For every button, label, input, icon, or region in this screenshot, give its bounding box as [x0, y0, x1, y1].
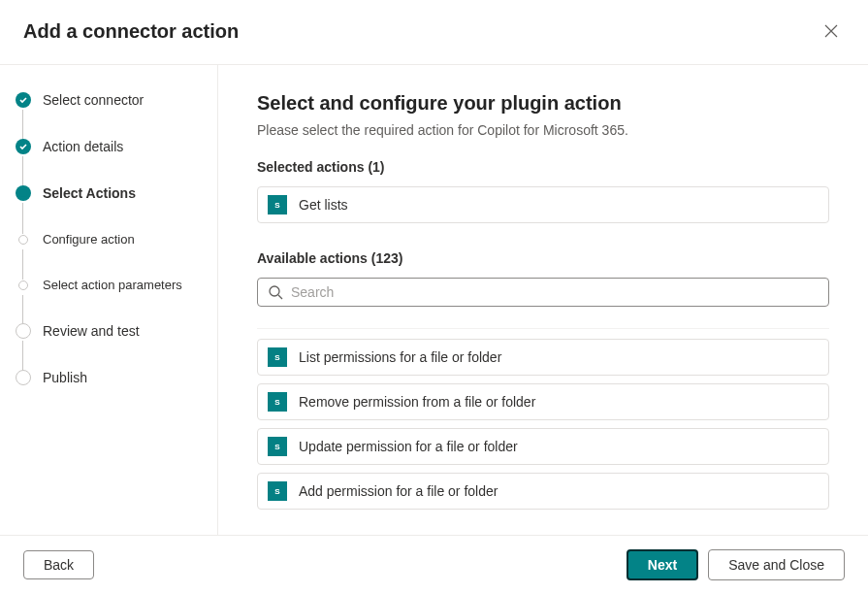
page-description: Please select the required action for Co…	[257, 122, 829, 138]
wizard-steps: Select connector Action details Select A…	[16, 92, 202, 385]
sharepoint-icon: S	[268, 437, 287, 456]
main-panel: Select and configure your plugin action …	[218, 65, 868, 535]
step-label: Action details	[43, 139, 123, 154]
check-icon	[16, 92, 31, 108]
sharepoint-icon: S	[268, 195, 287, 214]
page-heading: Select and configure your plugin action	[257, 92, 829, 115]
step-review-test: Review and test	[16, 323, 202, 370]
step-configure-action: Configure action	[16, 232, 202, 278]
available-action-item[interactable]: S List permissions for a file or folder	[257, 339, 829, 376]
footer-right: Next Save and Close	[627, 549, 845, 580]
current-step-icon	[16, 185, 31, 201]
available-actions-label: Available actions (123)	[257, 250, 829, 266]
back-button[interactable]: Back	[23, 550, 94, 579]
sharepoint-icon: S	[268, 481, 287, 501]
available-action-item[interactable]: S Add permission for a file or folder	[257, 473, 829, 510]
close-icon	[824, 24, 838, 38]
action-title: List permissions for a file or folder	[299, 349, 501, 365]
step-label: Select action parameters	[43, 278, 182, 292]
step-label: Review and test	[43, 323, 140, 339]
step-label: Publish	[43, 370, 87, 385]
dialog-header: Add a connector action	[0, 0, 868, 65]
sharepoint-icon: S	[268, 347, 287, 367]
check-icon	[16, 139, 31, 154]
step-select-actions[interactable]: Select Actions	[16, 185, 202, 232]
selected-actions-list: S Get lists	[257, 186, 829, 223]
search-input[interactable]	[291, 284, 819, 300]
dialog: Add a connector action Select connector …	[0, 0, 868, 594]
save-close-button[interactable]: Save and Close	[708, 549, 845, 580]
pending-step-icon	[16, 370, 31, 385]
action-title: Update permission for a file or folder	[299, 439, 518, 454]
pending-step-icon	[18, 280, 28, 290]
step-select-parameters: Select action parameters	[16, 278, 202, 323]
action-title: Remove permission from a file or folder	[299, 394, 535, 410]
step-label: Configure action	[43, 232, 135, 247]
wizard-sidebar: Select connector Action details Select A…	[0, 65, 218, 535]
search-box[interactable]	[257, 278, 829, 307]
dialog-title: Add a connector action	[23, 20, 239, 43]
step-label: Select connector	[43, 92, 144, 108]
step-select-connector[interactable]: Select connector	[16, 92, 202, 139]
svg-point-0	[270, 286, 279, 296]
available-actions-list: S List permissions for a file or folder …	[257, 328, 829, 510]
dialog-footer: Back Next Save and Close	[0, 535, 868, 594]
step-publish: Publish	[16, 370, 202, 385]
svg-line-1	[278, 295, 282, 299]
dialog-body: Select connector Action details Select A…	[0, 65, 868, 535]
next-button[interactable]: Next	[627, 549, 698, 580]
step-action-details[interactable]: Action details	[16, 139, 202, 185]
selected-actions-label: Selected actions (1)	[257, 159, 829, 175]
pending-step-icon	[18, 235, 28, 245]
close-button[interactable]	[818, 17, 845, 45]
search-icon	[268, 284, 283, 300]
action-title: Get lists	[299, 197, 348, 213]
available-action-item[interactable]: S Update permission for a file or folder	[257, 428, 829, 465]
selected-action-item[interactable]: S Get lists	[257, 186, 829, 223]
step-label: Select Actions	[43, 185, 136, 201]
pending-step-icon	[16, 323, 31, 339]
available-action-item[interactable]: S Remove permission from a file or folde…	[257, 383, 829, 420]
action-title: Add permission for a file or folder	[299, 483, 498, 499]
sharepoint-icon: S	[268, 392, 287, 412]
